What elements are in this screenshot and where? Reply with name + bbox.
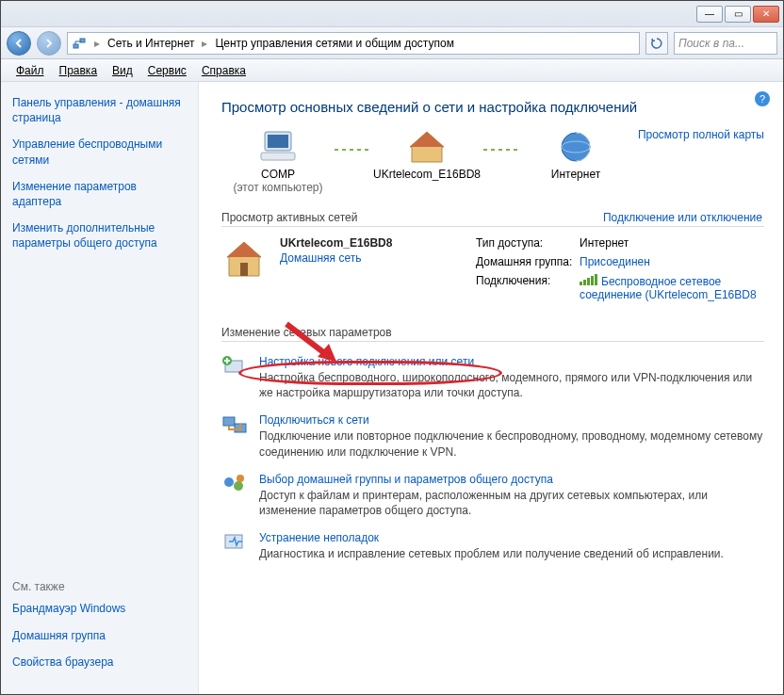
troubleshoot-icon — [221, 531, 248, 554]
sidebar-homegroup-link[interactable]: Домашняя группа — [12, 628, 187, 643]
svg-point-13 — [234, 481, 243, 491]
task-desc: Настройка беспроводного, широкополосного… — [259, 370, 764, 400]
connect-disconnect-link[interactable]: Подключение или отключение — [603, 211, 762, 224]
maximize-button[interactable]: ▭ — [725, 6, 751, 23]
menu-tools[interactable]: Сервис — [140, 62, 194, 79]
menu-help[interactable]: Справка — [194, 62, 253, 79]
netmap-label: COMP — [221, 168, 335, 181]
task-troubleshoot-link[interactable]: Устранение неполадок — [259, 531, 379, 544]
task-desc: Доступ к файлам и принтерам, расположенн… — [259, 488, 764, 518]
chevron-right-icon: ▸ — [92, 37, 102, 50]
setup-connection-icon — [221, 355, 248, 378]
value-homegroup-link[interactable]: Присоединен — [580, 255, 764, 268]
breadcrumb-item[interactable]: Центр управления сетями и общим доступом — [215, 37, 454, 50]
content-area: ? Просмотр основных сведений о сети и на… — [199, 82, 783, 694]
svg-rect-0 — [74, 44, 78, 48]
sidebar-wireless-link[interactable]: Управление беспроводными сетями — [12, 137, 187, 167]
refresh-button[interactable] — [645, 32, 668, 55]
task-connect-network: Подключиться к сети Подключение или повт… — [221, 413, 764, 459]
svg-rect-4 — [261, 153, 295, 160]
house-icon — [404, 128, 449, 166]
page-title: Просмотр основных сведений о сети и наст… — [221, 99, 764, 115]
value-access-type: Интернет — [580, 236, 764, 250]
svg-rect-7 — [240, 263, 248, 276]
network-map: Просмотр полной карты COMP (этот компьют… — [221, 128, 764, 194]
connect-network-icon — [221, 413, 248, 436]
task-desc: Диагностика и исправление сетевых пробле… — [259, 546, 764, 561]
netmap-label: Интернет — [519, 168, 632, 181]
sidebar-seealso-header: См. также — [12, 580, 187, 593]
netmap-connector — [483, 149, 519, 151]
help-icon[interactable]: ? — [755, 91, 770, 106]
change-settings-header: Изменение сетевых параметров — [221, 326, 764, 342]
signal-bars-icon — [580, 274, 597, 285]
active-networks-header: Просмотр активных сетей — [221, 211, 357, 224]
netmap-sublabel: (этот компьютер) — [221, 181, 335, 194]
netmap-label: UKrtelecom_E16BD8 — [370, 168, 483, 181]
task-homegroup: Выбор домашней группы и параметров общег… — [221, 473, 764, 518]
sidebar-adapter-link[interactable]: Изменение параметров адаптера — [12, 179, 187, 209]
navbar: ▸ Сеть и Интернет ▸ Центр управления сет… — [1, 27, 783, 59]
menu-view[interactable]: Вид — [105, 62, 140, 79]
sidebar-browser-link[interactable]: Свойства браузера — [12, 655, 187, 670]
task-troubleshoot: Устранение неполадок Диагностика и испра… — [221, 531, 764, 561]
arrow-right-icon — [44, 39, 54, 48]
menu-edit[interactable]: Правка — [52, 62, 106, 79]
nav-back-button[interactable] — [7, 31, 31, 56]
netmap-node-internet: Интернет — [519, 128, 632, 181]
netmap-connector — [335, 149, 370, 151]
minimize-button[interactable]: — — [696, 6, 723, 23]
homegroup-icon — [221, 473, 248, 495]
task-setup-connection-link[interactable]: Настройка нового подключения или сети — [259, 355, 474, 368]
sidebar-firewall-link[interactable]: Брандмауэр Windows — [12, 601, 187, 616]
titlebar: — ▭ ✕ — [1, 1, 783, 27]
refresh-icon — [650, 37, 663, 50]
search-placeholder: Поиск в па... — [678, 37, 744, 50]
arrow-left-icon — [14, 39, 24, 48]
close-button[interactable]: ✕ — [753, 6, 779, 23]
label-connections: Подключения: — [476, 274, 580, 301]
label-homegroup: Домашняя группа: — [476, 255, 580, 268]
network-icon — [72, 36, 87, 51]
network-type-link[interactable]: Домашняя сеть — [280, 251, 449, 265]
search-input[interactable]: Поиск в па... — [674, 32, 777, 55]
menubar: Файл Правка Вид Сервис Справка — [1, 59, 783, 82]
sidebar-sharing-link[interactable]: Изменить дополнительные параметры общего… — [12, 220, 187, 251]
netmap-node-router: UKrtelecom_E16BD8 — [370, 128, 483, 181]
network-name: UKrtelecom_E16BD8 — [280, 236, 449, 250]
svg-point-12 — [224, 477, 234, 487]
task-homegroup-link[interactable]: Выбор домашней группы и параметров общег… — [259, 473, 553, 486]
label-access-type: Тип доступа: — [476, 236, 580, 250]
netmap-node-computer: COMP (этот компьютер) — [221, 128, 335, 194]
task-connect-network-link[interactable]: Подключиться к сети — [259, 413, 369, 427]
active-network-panel: UKrtelecom_E16BD8 Домашняя сеть Тип дост… — [221, 236, 764, 301]
chevron-right-icon: ▸ — [200, 37, 209, 50]
sidebar-home-link[interactable]: Панель управления - домашняя страница — [12, 95, 187, 125]
address-bar[interactable]: ▸ Сеть и Интернет ▸ Центр управления сет… — [67, 32, 640, 55]
computer-icon — [255, 128, 301, 166]
house-icon — [221, 236, 267, 282]
svg-rect-10 — [223, 417, 235, 426]
nav-forward-button[interactable] — [37, 31, 61, 56]
sidebar: Панель управления - домашняя страница Уп… — [1, 82, 199, 694]
value-connection-link[interactable]: Беспроводное сетевое соединение (UKrtele… — [580, 274, 764, 301]
menu-file[interactable]: Файл — [8, 62, 52, 79]
breadcrumb-item[interactable]: Сеть и Интернет — [107, 37, 194, 50]
view-full-map-link[interactable]: Просмотр полной карты — [638, 128, 764, 141]
task-desc: Подключение или повторное подключение к … — [259, 428, 764, 459]
globe-icon — [553, 128, 598, 166]
task-setup-connection: Настройка нового подключения или сети На… — [221, 355, 764, 400]
svg-rect-3 — [268, 135, 288, 148]
svg-point-14 — [237, 475, 244, 482]
